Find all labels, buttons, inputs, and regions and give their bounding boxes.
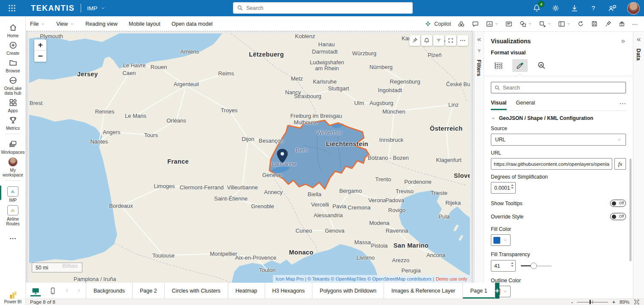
refresh-button[interactable] <box>577 20 584 27</box>
pin-visual-button[interactable] <box>409 35 420 46</box>
spin-down-icon[interactable] <box>511 265 514 267</box>
geojson-section-header[interactable]: GeoJSON / Shape / KML Configuration <box>491 115 626 121</box>
download-button[interactable] <box>570 4 579 12</box>
zoom-out-button[interactable]: - <box>571 299 573 305</box>
feedback-button[interactable] <box>608 4 617 13</box>
data-pane-label[interactable]: Data <box>635 48 642 60</box>
file-menu[interactable]: File <box>30 21 45 27</box>
zoom-out-button[interactable]: − <box>34 51 46 62</box>
zoom-slider[interactable] <box>577 299 608 305</box>
sidebar-item-workspaces[interactable]: Workspaces <box>0 137 26 155</box>
zoom-in-button[interactable]: + <box>612 299 615 305</box>
slider-handle[interactable] <box>530 263 537 269</box>
fields-tab-icon[interactable] <box>491 59 506 72</box>
zoom-in-button[interactable]: + <box>34 39 46 51</box>
reading-view-button[interactable]: Reading view <box>85 21 118 27</box>
visual-more-options-button[interactable] <box>457 35 468 46</box>
save-button[interactable] <box>591 20 598 27</box>
spin-up-icon[interactable] <box>511 262 514 264</box>
simplification-stepper[interactable]: 0.0001 <box>491 182 516 194</box>
show-tooltips-toggle[interactable]: Off <box>610 200 626 207</box>
sidebar-item-metrics[interactable]: Metrics <box>0 113 26 131</box>
focus-mode-button[interactable] <box>445 35 456 46</box>
page-back-button[interactable] <box>64 288 70 293</box>
buttons-icon <box>538 20 546 28</box>
comments-button[interactable] <box>472 20 479 28</box>
sidebar-item-create[interactable]: Create <box>0 38 26 56</box>
mobile-layout-button[interactable]: Mobile layout <box>129 21 160 27</box>
page-layout-button[interactable] <box>558 20 571 28</box>
open-data-model-button[interactable]: Open data model <box>172 21 213 27</box>
page-forward-button[interactable] <box>76 288 82 293</box>
chevron-right-icon <box>76 288 82 293</box>
sidebar-item-apps[interactable]: Apps <box>0 96 26 113</box>
spin-down-icon[interactable] <box>511 187 514 189</box>
analytics-tab-icon[interactable] <box>534 59 549 72</box>
filters-pane-label[interactable]: Filters <box>476 60 482 76</box>
url-input[interactable] <box>491 158 612 170</box>
sidebar-item-home[interactable]: Home <box>0 21 26 38</box>
app-launcher-icon[interactable] <box>0 4 24 12</box>
icon-map-visual[interactable]: PlymouthKoblenzHanauKarPrahaDarmstadtWür… <box>29 33 470 283</box>
mobile-view-button[interactable] <box>47 283 58 299</box>
page-tab-page2[interactable]: Page 2 <box>133 283 165 299</box>
view-menu[interactable]: View <box>56 21 74 27</box>
notifications-button[interactable]: 4 <box>532 4 541 12</box>
funnel-icon[interactable] <box>477 48 482 54</box>
user-avatar[interactable] <box>627 2 640 15</box>
workspace-switcher[interactable]: IMP <box>87 5 106 12</box>
zoom-percentage[interactable]: 89% <box>620 299 629 305</box>
tab-general[interactable]: General <box>516 100 535 110</box>
fill-transparency-stepper[interactable]: 41 <box>491 260 516 272</box>
page-tab-heatmap[interactable]: Heatmap <box>228 283 265 299</box>
panel-scrollbar[interactable] <box>629 158 632 261</box>
fill-transparency-slider[interactable] <box>521 263 552 269</box>
page-tab-polygons-with-drilldown[interactable]: Polygons with Drilldown <box>312 283 384 299</box>
fill-color-dropdown[interactable] <box>491 234 511 246</box>
tab-visual[interactable]: Visual <box>491 100 507 110</box>
sidebar-item-airline-routes[interactable]: Airline Routes <box>0 203 26 226</box>
page-tab-page1[interactable]: Page 1 <box>463 283 495 299</box>
page-tab-backgrounds[interactable]: Backgrounds <box>86 283 133 299</box>
sidebar-item-browse[interactable]: Browse <box>0 56 26 73</box>
sidebar-more-button[interactable] <box>0 232 26 242</box>
explore-button[interactable] <box>618 20 626 27</box>
fx-conditional-format-button[interactable]: fx <box>614 158 626 170</box>
alerts-button[interactable] <box>421 35 432 46</box>
help-button[interactable] <box>589 4 598 12</box>
format-search-box[interactable] <box>491 82 626 93</box>
sidebar-item-my-workspace[interactable]: My workspace <box>0 155 26 177</box>
attribution-links[interactable]: Icon Map Pro | © Tekantis © OpenMapTiles… <box>275 276 434 281</box>
fit-to-page-icon[interactable] <box>634 299 640 305</box>
shapes-button[interactable] <box>519 20 532 28</box>
expand-pane-icon[interactable] <box>476 37 482 42</box>
visual-filters-button[interactable] <box>433 35 444 46</box>
source-dropdown[interactable]: URL <box>491 134 626 146</box>
new-visual-button[interactable] <box>486 20 499 28</box>
page-tab-h3-hexagons[interactable]: H3 Hexagons <box>265 283 313 299</box>
more-options-button[interactable]: ⋯ <box>632 21 638 27</box>
new-page-button[interactable]: + <box>495 283 499 299</box>
pin-button[interactable] <box>605 20 612 27</box>
page-tab-circles-with-clusters[interactable]: Circles with Clusters <box>165 283 228 299</box>
buttons-button[interactable] <box>538 20 551 28</box>
global-search[interactable] <box>233 2 413 14</box>
search-input[interactable] <box>246 5 409 11</box>
text-box-button[interactable] <box>505 20 513 28</box>
override-style-toggle[interactable]: Off <box>610 213 626 220</box>
zoom-slider-handle[interactable] <box>590 300 591 304</box>
format-search-input[interactable] <box>503 85 623 91</box>
sidebar-item-imp[interactable]: IMP <box>0 184 26 203</box>
settings-button[interactable] <box>551 4 560 12</box>
expand-pane-icon[interactable] <box>636 37 641 42</box>
sidebar-item-onelake[interactable]: OneLake data hub <box>0 73 26 96</box>
spin-up-icon[interactable] <box>511 184 514 186</box>
format-more-options[interactable]: ⋯ <box>619 99 626 111</box>
home-icon <box>9 23 18 32</box>
collapse-pane-icon[interactable] <box>620 39 626 44</box>
find-button[interactable] <box>457 20 465 28</box>
format-tab-icon[interactable] <box>512 59 528 72</box>
page-tab-images-reference-layer[interactable]: Images & Reference Layer <box>384 283 463 299</box>
desktop-view-button[interactable] <box>30 283 41 299</box>
copilot-button[interactable]: Copilot <box>424 20 451 27</box>
